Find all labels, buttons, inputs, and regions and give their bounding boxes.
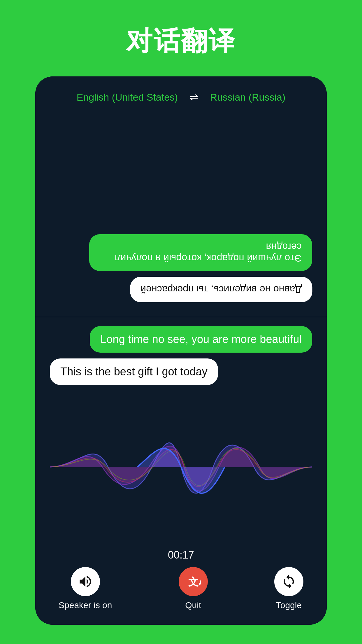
speaker-control: Speaker is on	[59, 567, 112, 610]
toggle-label: Toggle	[276, 600, 302, 610]
language-bar: English (United States) ⇌ Russian (Russi…	[50, 91, 312, 103]
controls-bar: 00:17 Speaker is on 文A	[35, 543, 327, 625]
waveform-container	[50, 391, 312, 543]
waveform-svg	[50, 426, 312, 508]
toggle-icon	[281, 574, 296, 589]
controls-row: Speaker is on 文A Quit Toggle	[59, 567, 303, 610]
toggle-button[interactable]	[274, 567, 303, 596]
english-white-bubble: This is the best gift I got today	[50, 358, 218, 385]
english-green-bubble: Long time no see, you are more beautiful	[90, 326, 312, 353]
messages-top: Это лучший подарок, который я получил се…	[50, 109, 312, 308]
speaker-label: Speaker is on	[59, 600, 112, 610]
quit-button[interactable]: 文A	[179, 567, 208, 596]
speaker-icon	[78, 574, 93, 589]
mirrored-green-bubble: Это лучший подарок, который я получил се…	[89, 234, 312, 271]
left-language: English (United States)	[77, 92, 178, 103]
bottom-section: Long time no see, you are more beautiful…	[35, 317, 327, 543]
messages-bottom: Long time no see, you are more beautiful…	[50, 326, 312, 385]
right-language: Russian (Russia)	[210, 92, 285, 103]
timer-display: 00:17	[168, 549, 194, 561]
page-title: 对话翻译	[126, 23, 236, 59]
top-section: English (United States) ⇌ Russian (Russi…	[35, 76, 327, 317]
svg-text:文A: 文A	[188, 576, 201, 587]
quit-control: 文A Quit	[179, 567, 208, 610]
quit-label: Quit	[185, 600, 201, 610]
speaker-button[interactable]	[71, 567, 100, 596]
mirrored-white-bubble: Давно не виделись, ты прекрасней	[130, 277, 312, 302]
phone-card: English (United States) ⇌ Russian (Russi…	[35, 76, 327, 625]
translate-icon: 文A	[186, 574, 201, 589]
swap-icon[interactable]: ⇌	[189, 91, 198, 103]
toggle-control: Toggle	[274, 567, 303, 610]
